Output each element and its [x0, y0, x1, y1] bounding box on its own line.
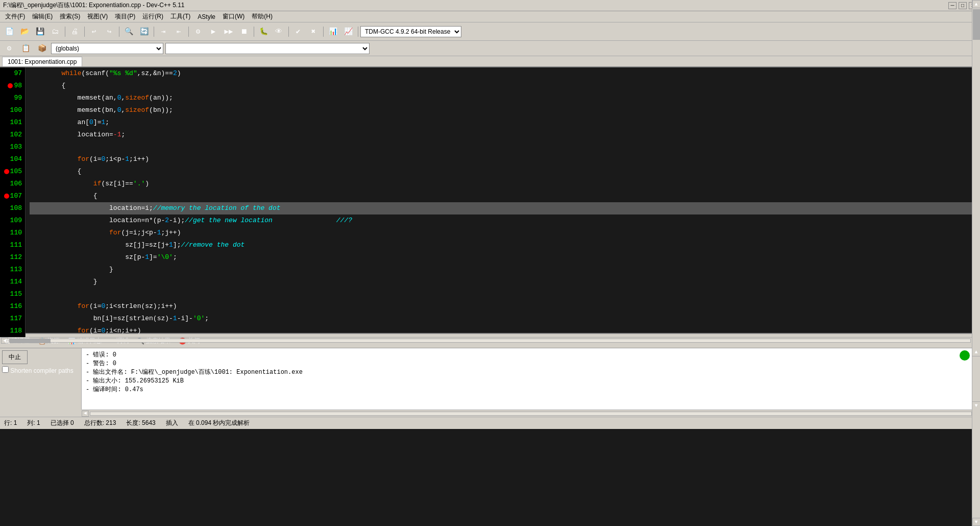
line-108: 108: [0, 202, 22, 214]
bottom-hscrollbar[interactable]: ◄ ►: [82, 410, 980, 417]
open-button[interactable]: 📂: [17, 25, 32, 39]
bottom-wrapper: 中止 Shorten compiler paths - 错误: 0 - 警告: …: [0, 348, 980, 410]
line-97: 97: [0, 67, 22, 80]
menu-window[interactable]: 窗口(W): [219, 11, 248, 22]
bottom-hscroll-track: [90, 412, 972, 416]
run-button[interactable]: ▶: [206, 25, 220, 39]
check-button[interactable]: ✔: [291, 25, 305, 39]
toolbar2: ⚙ 📋 📦 (globals): [0, 41, 980, 56]
scroll-thumb[interactable]: [973, 9, 980, 40]
menubar: 文件(F) 编辑(E) 搜索(S) 视图(V) 项目(P) 运行(R) 工具(T…: [0, 11, 980, 22]
menu-run[interactable]: 运行(R): [139, 11, 166, 22]
code-line-103: [30, 141, 980, 153]
chart-button[interactable]: 📊: [326, 25, 340, 39]
tb2-btn2[interactable]: 📋: [18, 41, 33, 56]
line-111: 111: [0, 239, 22, 251]
code-line-104: for(i=0;i<p-1;i++): [30, 153, 980, 165]
code-line-100: memset(bn,0,sizeof(bn));: [30, 104, 980, 116]
code-area[interactable]: while(scanf("%s %d",sz,&n)==2) { memset(…: [26, 67, 980, 337]
bottom-scroll-up[interactable]: ▲: [972, 348, 980, 356]
tb2-btn3[interactable]: 📦: [35, 41, 49, 56]
hscroll-thumb[interactable]: [10, 339, 51, 343]
editor-area: 97 98 99 100 101 102 103 104 105 106 107…: [0, 67, 980, 333]
bottom-panel: ⊞ 编译器 📋 资源 📊 编译日志 ✔ 调试 🔍 搜索结果 🔴 关闭 中止: [0, 333, 980, 417]
outdent-button[interactable]: ⇤: [172, 25, 186, 39]
status-indicator: [960, 350, 970, 361]
line-104: 104: [0, 153, 22, 165]
status-length: 长度: 5643: [126, 419, 155, 427]
line-107: 107: [0, 190, 22, 202]
title-text: F:\编程\_openjudge\百练\1001: Exponentiation…: [3, 1, 185, 10]
line-117: 117: [0, 313, 22, 325]
code-line-108: location=i;//memory the location of the …: [30, 202, 980, 214]
code-line-115: [30, 288, 980, 300]
bottom-hscroll-left[interactable]: ◄: [82, 411, 89, 417]
menu-project[interactable]: 项目(P): [112, 11, 138, 22]
compile-run-button[interactable]: ▶▶: [222, 25, 236, 39]
menu-search[interactable]: 搜索(S): [57, 11, 83, 22]
stop-button[interactable]: ⏹: [237, 25, 251, 39]
find-button[interactable]: 🔍: [121, 25, 136, 39]
line-106: 106: [0, 178, 22, 190]
shorten-paths-checkbox[interactable]: [2, 366, 9, 373]
new-button[interactable]: 📄: [2, 25, 16, 39]
output-line-1: - 错误: 0: [86, 350, 976, 359]
vertical-scrollbar[interactable]: ▲ ▼: [972, 0, 980, 526]
code-line-106: if(sz[i]=='.'): [30, 178, 980, 190]
tab-exponentiation[interactable]: 1001: Exponentiation.cpp: [2, 57, 82, 66]
line-114: 114: [0, 276, 22, 288]
undo-button[interactable]: ↩: [87, 25, 101, 39]
sep5: [187, 25, 190, 39]
line-numbers: 97 98 99 100 101 102 103 104 105 106 107…: [0, 67, 26, 337]
shorten-paths-label[interactable]: Shorten compiler paths: [2, 366, 74, 374]
replace-button[interactable]: 🔄: [137, 25, 151, 39]
add-watch-button[interactable]: 👁: [272, 25, 286, 39]
globals-combo[interactable]: (globals): [51, 43, 163, 54]
bottom-right-col: - 错误: 0 - 警告: 0 - 输出文件名: F:\编程\_openjudg…: [82, 348, 980, 410]
line-102: 102: [0, 129, 22, 141]
menu-file[interactable]: 文件(F): [2, 11, 28, 22]
print-button[interactable]: 🖨: [67, 25, 82, 39]
indent-button[interactable]: ⇥: [156, 25, 170, 39]
debug-button[interactable]: 🐛: [256, 25, 271, 39]
minimize-button[interactable]: ─: [948, 2, 957, 9]
menu-view[interactable]: 视图(V): [84, 11, 111, 22]
line-100: 100: [0, 104, 22, 116]
compiler-select[interactable]: TDM-GCC 4.9.2 64-bit Release: [360, 26, 461, 37]
menu-help[interactable]: 帮助(H): [249, 11, 276, 22]
compile-button[interactable]: ⚙: [191, 25, 205, 39]
output-line-5: - 编译时间: 0.47s: [86, 385, 976, 394]
menu-tools[interactable]: 工具(T): [167, 11, 193, 22]
code-line-112: sz[p-1]='\0';: [30, 251, 980, 264]
toolbar: 📄 📂 💾 🗂 🖨 ↩ ↪ 🔍 🔄 ⇥ ⇤ ⚙ ▶ ▶▶ ⏹ 🐛 👁 ✔ ✖ 📊…: [0, 22, 980, 41]
bottom-vscrollbar[interactable]: ▲ ▼: [972, 348, 980, 410]
scroll-down-arrow[interactable]: ▼: [972, 518, 981, 526]
tabbar: 1001: Exponentiation.cpp: [0, 56, 980, 67]
sep6: [252, 25, 255, 39]
function-combo[interactable]: [165, 43, 370, 54]
scroll-up-arrow[interactable]: ▲: [972, 0, 981, 8]
titlebar: F:\编程\_openjudge\百练\1001: Exponentiation…: [0, 0, 980, 11]
bottom-left-col: 中止 Shorten compiler paths: [0, 348, 82, 410]
stop-compile-button[interactable]: 中止: [2, 350, 28, 364]
code-line-109: location=n*(p-2-i);//get the new locatio…: [30, 214, 980, 227]
bottom-scroll-down[interactable]: ▼: [972, 401, 980, 410]
menu-edit[interactable]: 编辑(E): [29, 11, 56, 22]
line-116: 116: [0, 300, 22, 313]
save-button[interactable]: 💾: [33, 25, 47, 39]
sep9: [356, 25, 359, 39]
line-105: 105: [0, 165, 22, 178]
code-line-99: memset(an,0,sizeof(an));: [30, 92, 980, 104]
status-selected: 已选择 0: [51, 419, 74, 427]
profile-button[interactable]: 📈: [341, 25, 355, 39]
code-line-117: bn[i]=sz[strlen(sz)-1-i]-'0';: [30, 313, 980, 325]
menu-astyle[interactable]: AStyle: [194, 12, 218, 21]
code-line-114: }: [30, 276, 980, 288]
save-all-button[interactable]: 🗂: [48, 25, 62, 39]
maximize-button[interactable]: □: [959, 2, 967, 9]
compile-output: - 错误: 0 - 警告: 0 - 输出文件名: F:\编程\_openjudg…: [82, 348, 980, 410]
tb2-btn1[interactable]: ⚙: [2, 41, 16, 56]
cross-button[interactable]: ✖: [306, 25, 321, 39]
redo-button[interactable]: ↪: [102, 25, 116, 39]
line-112: 112: [0, 251, 22, 264]
